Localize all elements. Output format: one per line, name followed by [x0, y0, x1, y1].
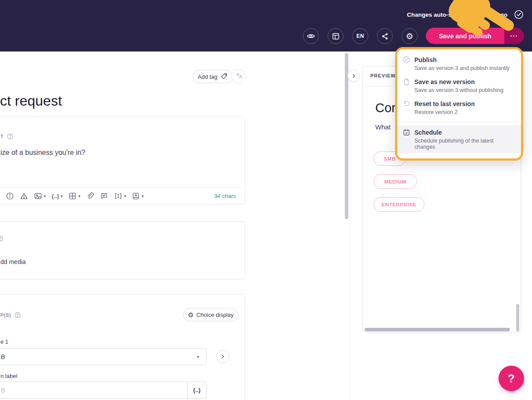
save-split-button: Save and publish ···: [426, 28, 524, 44]
help-button[interactable]: ?: [499, 366, 524, 391]
document-icon: [403, 78, 410, 86]
autosave-check-icon: [514, 9, 524, 20]
choice-1-label: e 1: [0, 338, 8, 345]
rich-text-toolbar: ▾ {..} ▾ ▾: [6, 187, 236, 205]
choice-pill-enterprise[interactable]: ENTERPRISE: [373, 197, 425, 212]
calendar-check-icon: [403, 128, 410, 136]
library-icon: [132, 192, 140, 200]
question-mark-icon: ?: [508, 372, 515, 385]
button-label-input-group: {..}: [0, 382, 207, 399]
menu-item-publish[interactable]: Publish Save as version 3 and publish in…: [397, 52, 521, 74]
menu-item-subtitle: Schedule publishing of the latest change…: [414, 138, 515, 150]
menu-item-subtitle: Save as version 3 and publish instantly: [414, 65, 515, 71]
answers-help-icon[interactable]: [14, 312, 21, 319]
choice-1-select[interactable]: B ▾: [0, 348, 207, 365]
collapse-preview-button[interactable]: [347, 70, 360, 82]
answers-label-row: P(S): [0, 312, 21, 319]
input-field-icon: [114, 192, 122, 200]
translate-button[interactable]: [232, 69, 246, 84]
chevron-right-icon: [220, 354, 225, 359]
preview-question-text: What: [375, 123, 391, 131]
question-label: T: [0, 134, 4, 139]
choice-1-value: B: [1, 353, 5, 360]
paperclip-icon: [86, 192, 94, 200]
media-card: dd media: [0, 221, 245, 279]
comment-button[interactable]: [100, 192, 108, 200]
chevron-down-icon: ▾: [44, 194, 46, 198]
add-media-button[interactable]: dd media: [0, 258, 26, 265]
autosave-status-text-suffix: s ago: [492, 11, 507, 18]
image-icon: [34, 192, 42, 200]
top-bar: Changes auto-sav s ago EN: [0, 0, 532, 51]
chevron-down-icon: ▾: [60, 194, 63, 198]
translate-icon: [235, 72, 243, 81]
question-label-row: T: [0, 133, 14, 140]
preview-question-heading: Cor: [375, 101, 396, 115]
insert-image-button[interactable]: ▾: [34, 192, 46, 200]
settings-button[interactable]: ⚙: [402, 28, 417, 44]
menu-item-title: Publish: [414, 56, 437, 63]
insert-variable-button[interactable]: {..}: [187, 382, 206, 398]
warning-button[interactable]: [20, 192, 28, 200]
menu-item-title: Reset to last version: [414, 100, 475, 107]
menu-item-subtitle: Save as version 3 without publishing: [414, 87, 515, 93]
preview-vertical-scrollbar[interactable]: [516, 304, 519, 331]
language-button[interactable]: EN: [352, 28, 368, 44]
menu-item-title: Schedule: [414, 129, 442, 136]
save-options-menu: Publish Save as version 3 and publish in…: [395, 47, 523, 161]
chevron-down-icon: ▾: [141, 194, 144, 198]
chevron-down-icon: ▾: [78, 194, 80, 198]
preview-eye-button[interactable]: [303, 28, 319, 44]
language-badge: EN: [356, 33, 364, 39]
media-help-icon[interactable]: [0, 235, 4, 242]
eye-icon: [307, 32, 315, 40]
menu-item-save-as-new-version[interactable]: Save as new version Save as version 3 wi…: [397, 74, 521, 96]
question-text-editor[interactable]: ize of a business you're in?: [0, 149, 85, 157]
chevron-down-icon: ▾: [124, 194, 126, 198]
menu-item-schedule[interactable]: Schedule Schedule publishing of the late…: [397, 125, 521, 153]
layout-button[interactable]: [328, 28, 344, 44]
question-card: T ize of a business you're in?: [0, 117, 245, 205]
chevron-right-icon: [351, 73, 356, 78]
add-tag-button[interactable]: Add tag: [192, 70, 233, 83]
info-button[interactable]: [6, 192, 14, 200]
choice-1-next-step-button[interactable]: [216, 350, 229, 363]
gear-icon: ⚙: [406, 32, 413, 40]
menu-item-subtitle: Restore version 2: [414, 109, 515, 115]
menu-item-reset-to-last-version[interactable]: Reset to last version Restore version 2: [397, 96, 521, 118]
button-label-label: n label: [0, 373, 17, 379]
survey-title[interactable]: ct request: [0, 93, 62, 109]
choice-display-button[interactable]: ⚙ Choice display: [183, 308, 238, 321]
panel-divider: [350, 51, 350, 400]
share-button[interactable]: [377, 28, 393, 44]
insert-table-button[interactable]: ▾: [68, 192, 80, 200]
preview-horizontal-scrollbar[interactable]: [365, 328, 510, 331]
add-tag-label: Add tag: [198, 73, 218, 80]
undo-icon: [403, 100, 410, 108]
tab-preview[interactable]: PREVIEW: [370, 73, 396, 78]
library-button[interactable]: ▾: [132, 192, 144, 200]
chevron-down-icon: ▾: [197, 354, 199, 359]
gear-icon: ⚙: [188, 312, 194, 318]
attach-file-button[interactable]: [86, 192, 94, 200]
choice-pill-medium[interactable]: MEDIUM: [373, 174, 417, 189]
save-and-publish-button[interactable]: Save and publish: [426, 28, 504, 44]
variables-icon: {..}: [52, 193, 59, 199]
question-help-icon[interactable]: [7, 133, 14, 140]
autosave-status-text: Changes auto-sav: [407, 11, 458, 18]
info-icon: [6, 192, 14, 200]
check-circle-icon: [403, 56, 410, 64]
insert-variable-button[interactable]: {..} ▾: [52, 193, 63, 199]
character-count: 34 chars: [214, 193, 236, 199]
layout-icon: [332, 32, 340, 40]
input-field-button[interactable]: ▾: [114, 192, 126, 200]
save-more-options-button[interactable]: ···: [504, 28, 524, 44]
button-label-input[interactable]: [0, 382, 187, 398]
table-icon: [68, 192, 77, 200]
menu-divider: [397, 121, 521, 122]
answers-label: P(S): [0, 312, 11, 318]
choice-display-label: Choice display: [196, 312, 234, 318]
tag-icon: [221, 73, 228, 81]
comment-icon: [100, 192, 108, 200]
menu-item-title: Save as new version: [414, 78, 475, 85]
